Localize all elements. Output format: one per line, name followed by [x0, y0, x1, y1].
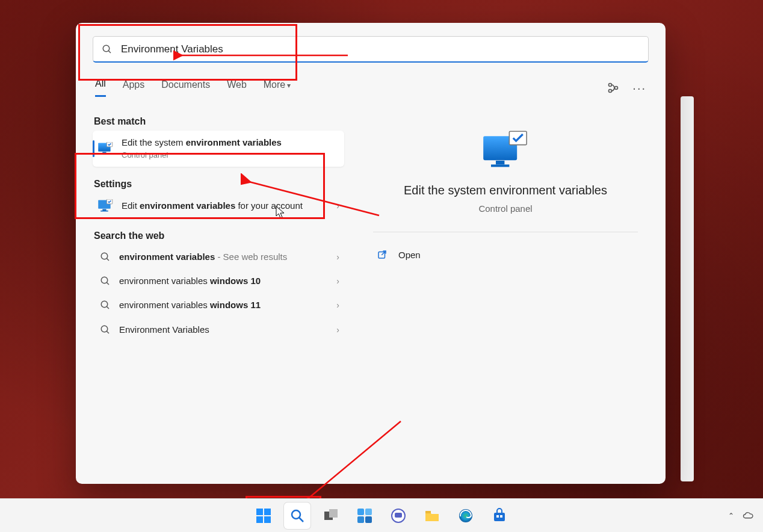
result-edit-user-env[interactable]: Edit environment variables for your acco…: [93, 193, 344, 218]
svg-rect-10: [102, 209, 106, 210]
taskbar-search-button[interactable]: [284, 503, 310, 529]
flow-icon[interactable]: [607, 82, 619, 94]
open-action[interactable]: Open: [368, 243, 643, 266]
detail-pane: Edit the system environment variables Co…: [351, 104, 649, 484]
tab-more[interactable]: More▾: [264, 79, 291, 96]
section-settings: Settings: [94, 179, 344, 190]
result-web-0[interactable]: environment variables - See web results …: [93, 245, 344, 269]
svg-point-17: [101, 302, 108, 308]
search-icon: [289, 508, 305, 524]
svg-rect-32: [264, 516, 271, 523]
result-edit-system-env[interactable]: Edit the system environment variables Co…: [93, 131, 344, 167]
system-tray[interactable]: ⌃: [728, 510, 753, 521]
result-title: Environment Variables: [119, 324, 333, 336]
edge-button[interactable]: [453, 503, 479, 529]
search-icon: [100, 324, 111, 335]
svg-line-20: [107, 331, 109, 333]
svg-rect-47: [500, 515, 502, 518]
svg-point-44: [459, 509, 472, 522]
task-view-icon: [323, 508, 339, 524]
result-web-1[interactable]: environment variables windows 10 ›: [93, 269, 344, 293]
search-input[interactable]: [121, 43, 640, 55]
edge-icon: [458, 508, 474, 524]
result-subtitle: Control panel: [122, 150, 339, 161]
svg-rect-22: [496, 161, 504, 164]
start-search-window: All Apps Documents Web More▾ ··· Best ma…: [76, 23, 666, 484]
result-web-2[interactable]: environment variables windows 11 ›: [93, 293, 344, 317]
section-best-match: Best match: [94, 116, 344, 127]
file-explorer-button[interactable]: [419, 503, 445, 529]
svg-rect-30: [264, 509, 271, 515]
svg-rect-23: [491, 164, 509, 167]
chevron-down-icon: ▾: [287, 81, 291, 90]
search-icon: [102, 44, 113, 55]
svg-point-13: [101, 253, 108, 259]
store-button[interactable]: [486, 503, 513, 529]
monitor-large-icon: [481, 129, 530, 173]
svg-line-34: [299, 518, 303, 522]
result-title: environment variables windows 10: [119, 275, 333, 287]
chevron-right-icon: ›: [336, 201, 339, 211]
svg-line-18: [107, 307, 109, 309]
svg-rect-31: [256, 516, 263, 523]
tab-apps[interactable]: Apps: [123, 79, 144, 96]
monitor-icon: [97, 142, 113, 155]
search-field[interactable]: [93, 36, 649, 63]
svg-rect-42: [395, 513, 402, 518]
monitor-icon: [97, 199, 113, 212]
tab-more-label: More: [264, 79, 285, 90]
search-icon: [100, 252, 111, 262]
tab-web[interactable]: Web: [227, 79, 247, 96]
tab-documents[interactable]: Documents: [161, 79, 210, 96]
svg-point-19: [101, 326, 108, 332]
svg-rect-6: [102, 152, 106, 153]
folder-icon: [424, 508, 440, 524]
svg-rect-37: [357, 509, 364, 515]
tab-all[interactable]: All: [95, 78, 106, 97]
more-options-icon[interactable]: ···: [632, 84, 646, 91]
chevron-right-icon: ›: [336, 325, 339, 335]
svg-point-15: [101, 277, 108, 283]
svg-rect-38: [365, 509, 372, 515]
result-title: environment variables - See web results: [119, 251, 333, 263]
search-icon: [100, 276, 111, 286]
tray-overflow-icon[interactable]: ⌃: [728, 512, 734, 520]
result-title: Edit the system environment variables: [122, 137, 339, 149]
widgets-button[interactable]: [351, 503, 378, 529]
result-title: environment variables windows 11: [119, 299, 333, 311]
background-window-strip: [681, 96, 694, 481]
separator: [373, 232, 638, 232]
chat-button[interactable]: [385, 503, 412, 529]
svg-rect-46: [496, 515, 499, 518]
svg-point-33: [292, 510, 300, 519]
search-icon: [100, 300, 111, 311]
detail-title: Edit the system environment variables: [368, 184, 643, 197]
result-title: Edit environment variables for your acco…: [122, 200, 333, 212]
widgets-icon: [357, 508, 372, 524]
taskbar: ⌃: [0, 498, 763, 532]
svg-rect-7: [100, 153, 108, 155]
onedrive-icon[interactable]: [743, 510, 753, 521]
chevron-right-icon: ›: [336, 252, 339, 262]
results-list: Best match Edit the system environment v…: [93, 104, 351, 484]
windows-icon: [256, 508, 271, 524]
open-externally-icon: [377, 249, 388, 260]
chevron-right-icon: ›: [336, 276, 339, 286]
chat-icon: [391, 508, 406, 524]
svg-point-2: [609, 83, 612, 86]
svg-rect-40: [365, 516, 372, 523]
open-label: Open: [398, 250, 421, 260]
svg-rect-43: [425, 511, 431, 513]
svg-rect-39: [357, 516, 364, 523]
start-button[interactable]: [250, 503, 277, 529]
svg-rect-29: [256, 509, 263, 515]
svg-line-14: [107, 258, 109, 261]
detail-subtitle: Control panel: [368, 203, 643, 214]
result-web-3[interactable]: Environment Variables ›: [93, 318, 344, 342]
svg-rect-36: [329, 509, 338, 518]
svg-line-16: [107, 282, 109, 285]
store-icon: [492, 508, 507, 524]
task-view-button[interactable]: [318, 503, 344, 529]
filter-tabs: All Apps Documents Web More▾ ···: [93, 78, 649, 97]
svg-rect-11: [100, 211, 108, 212]
